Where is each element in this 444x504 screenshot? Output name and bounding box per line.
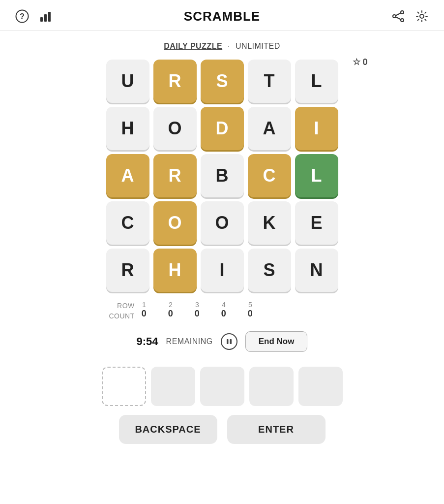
row-count-label: ROW COUNT <box>109 301 135 321</box>
col-val-2: 0 <box>168 309 173 319</box>
end-now-button[interactable]: End Now <box>245 331 308 352</box>
col-num-4: 4 <box>222 301 226 309</box>
stats-button[interactable] <box>38 9 53 24</box>
tile-r1c3[interactable]: S <box>201 60 244 103</box>
row-count-section: ROW COUNT 1020304050 <box>109 301 335 321</box>
grid-row-4: COOKE <box>106 201 338 245</box>
enter-button[interactable]: ENTER <box>227 415 326 444</box>
tile-r5c4[interactable]: S <box>248 249 291 292</box>
col-val-1: 0 <box>142 309 147 319</box>
tile-r4c1[interactable]: C <box>106 201 149 245</box>
tile-r2c1[interactable]: H <box>106 107 149 150</box>
row-count-col-4: 40 <box>221 301 226 321</box>
app-header: ? SCRAMBLE <box>0 0 444 31</box>
letter-slot-4[interactable] <box>249 367 294 406</box>
svg-rect-4 <box>48 12 51 22</box>
tile-r3c2[interactable]: R <box>153 154 197 197</box>
share-button[interactable] <box>391 9 406 24</box>
row-count-col-5: 50 <box>248 301 253 321</box>
letter-grid: URSTLHODAIARBCLCOOKERHISN <box>106 60 338 292</box>
letter-slot-3[interactable] <box>200 367 244 406</box>
svg-point-10 <box>420 14 424 18</box>
tile-r1c1[interactable]: U <box>106 60 149 103</box>
col-num-3: 3 <box>195 301 199 309</box>
tile-r3c4[interactable]: C <box>248 154 291 197</box>
row-count-col-1: 10 <box>142 301 147 321</box>
col-val-4: 0 <box>221 309 226 319</box>
col-val-5: 0 <box>248 309 253 319</box>
settings-button[interactable] <box>414 9 429 24</box>
tile-r4c4[interactable]: K <box>248 201 291 245</box>
svg-rect-11 <box>227 339 229 344</box>
remaining-label: REMAINING <box>166 337 213 346</box>
svg-rect-3 <box>44 14 47 22</box>
game-area: URSTLHODAIARBCLCOOKERHISN ☆ 0 <box>106 51 338 292</box>
svg-point-6 <box>393 15 396 18</box>
grid-row-1: URSTL <box>106 60 338 103</box>
header-left: ? <box>15 9 53 24</box>
game-mode-subtitle: DAILY PUZZLE · UNLIMITED <box>164 42 280 51</box>
grid-row-3: ARBCL <box>106 154 338 197</box>
col-num-1: 1 <box>142 301 146 309</box>
svg-rect-2 <box>40 17 43 22</box>
letter-slots <box>102 367 343 406</box>
action-buttons: BACKSPACE ENTER <box>119 415 326 444</box>
tile-r3c1[interactable]: A <box>106 154 149 197</box>
help-button[interactable]: ? <box>15 9 30 24</box>
tile-r2c4[interactable]: A <box>248 107 291 150</box>
timer-display: 9:54 <box>137 335 158 348</box>
tile-r5c2[interactable]: H <box>153 249 197 292</box>
row-count-col-2: 20 <box>168 301 173 321</box>
svg-point-5 <box>401 11 404 14</box>
letter-slot-5[interactable] <box>298 367 343 406</box>
timer-section: 9:54 REMAINING End Now <box>137 331 308 352</box>
grid-row-5: RHISN <box>106 249 338 292</box>
header-right <box>391 9 429 24</box>
tile-r2c3[interactable]: D <box>201 107 244 150</box>
pause-button[interactable] <box>221 333 237 350</box>
star-count: 0 <box>362 57 367 67</box>
row-label: ROW <box>117 301 135 311</box>
row-count-table: ROW COUNT 1020304050 <box>109 301 253 321</box>
tile-r5c3[interactable]: I <box>201 249 244 292</box>
daily-puzzle-label: DAILY PUZZLE <box>164 42 222 50</box>
page-title: SCRAMBLE <box>184 9 260 24</box>
col-val-3: 0 <box>195 309 200 319</box>
row-count-col-3: 30 <box>195 301 200 321</box>
svg-rect-12 <box>230 339 232 344</box>
separator: · <box>228 42 230 50</box>
svg-line-8 <box>396 13 401 16</box>
tile-r1c2[interactable]: R <box>153 60 197 103</box>
tile-r1c4[interactable]: T <box>248 60 291 103</box>
tile-r4c5[interactable]: E <box>295 201 338 245</box>
tile-r3c3[interactable]: B <box>201 154 244 197</box>
star-icon: ☆ <box>353 57 360 67</box>
col-num-5: 5 <box>248 301 252 309</box>
tile-r5c5[interactable]: N <box>295 249 338 292</box>
mode-label: UNLIMITED <box>236 42 280 50</box>
letter-slot-2[interactable] <box>151 367 195 406</box>
tile-r3c5[interactable]: L <box>295 154 338 197</box>
tile-r1c5[interactable]: L <box>295 60 338 103</box>
row-count-columns: 1020304050 <box>142 301 253 321</box>
tile-r5c1[interactable]: R <box>106 249 149 292</box>
grid-row-2: HODAI <box>106 107 338 150</box>
svg-point-7 <box>401 19 404 22</box>
letter-slot-1[interactable] <box>102 367 146 406</box>
star-score: ☆ 0 <box>353 57 367 67</box>
tile-r2c2[interactable]: O <box>153 107 197 150</box>
svg-line-9 <box>396 17 401 20</box>
tile-r4c3[interactable]: O <box>201 201 244 245</box>
col-num-2: 2 <box>169 301 173 309</box>
backspace-button[interactable]: BACKSPACE <box>119 415 217 444</box>
count-label: COUNT <box>109 311 135 321</box>
tile-r4c2[interactable]: O <box>153 201 197 245</box>
tile-r2c5[interactable]: I <box>295 107 338 150</box>
svg-text:?: ? <box>20 12 25 21</box>
